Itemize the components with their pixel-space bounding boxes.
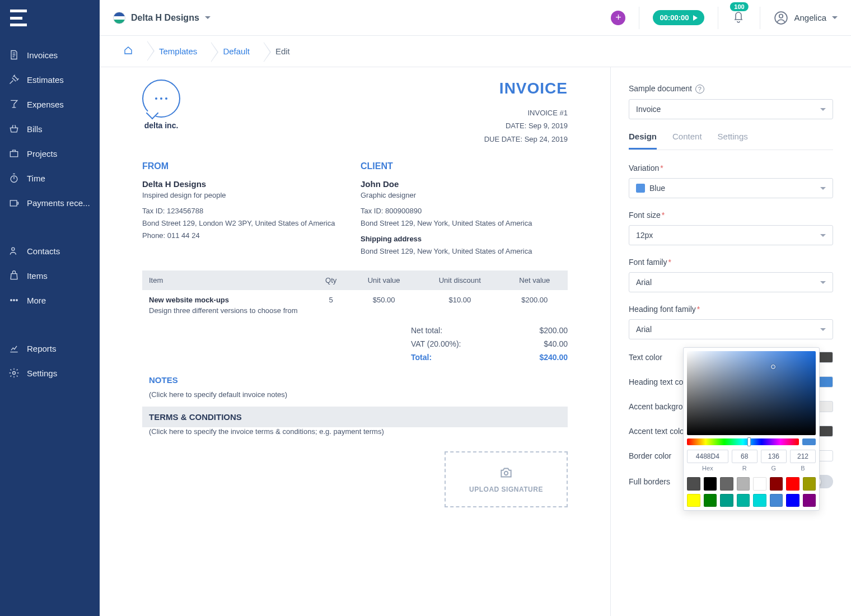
preset-color[interactable] [803, 494, 816, 507]
sidebar-item-more[interactable]: More [0, 288, 100, 312]
sidebar-item-reports[interactable]: Reports [0, 336, 100, 361]
sidebar-item-projects[interactable]: Projects [0, 141, 100, 166]
bell-icon [732, 10, 745, 24]
terms-heading: TERMS & CONDITIONS [142, 407, 568, 427]
accent-text-label: Accent text color [629, 427, 687, 436]
breadcrumb-default[interactable]: Default [213, 42, 263, 60]
table-row[interactable]: New website mock-upsDesign three differe… [142, 290, 568, 320]
invoice-date: DATE: Sep 9, 2019 [484, 119, 568, 132]
sidebar-item-label: Estimates [27, 75, 64, 85]
preset-color[interactable] [720, 477, 733, 491]
variation-select[interactable]: Blue [629, 178, 833, 198]
martini-icon [8, 98, 20, 110]
preset-color[interactable] [786, 494, 799, 507]
preset-color[interactable] [770, 494, 783, 507]
preset-color[interactable] [687, 494, 700, 507]
tab-settings[interactable]: Settings [718, 132, 748, 150]
hex-input[interactable] [687, 450, 728, 463]
sidebar-item-contacts[interactable]: Contacts [0, 239, 100, 263]
chevron-down-icon [820, 234, 826, 237]
from-block: FROM Delta H Designs Inspired design for… [142, 161, 349, 258]
client-address: Bond Street 129, New York, United States… [361, 217, 568, 230]
sender-logo-label: delta inc. [144, 121, 179, 130]
chevron-down-icon [832, 16, 838, 19]
sidebar-item-bills[interactable]: Bills [0, 116, 100, 141]
sidebar-item-payments[interactable]: Payments rece... [0, 190, 100, 215]
chevron-down-icon [820, 328, 826, 331]
invoice-due: DUE DATE: Sep 24, 2019 [484, 133, 568, 146]
preset-color[interactable] [737, 494, 750, 507]
tab-content[interactable]: Content [672, 132, 702, 150]
total-value: $240.00 [539, 353, 568, 362]
r-input[interactable] [732, 450, 758, 463]
totals: Net total:$200.00 VAT (20.00%):$40.00 To… [142, 326, 568, 362]
preset-color[interactable] [704, 494, 717, 507]
font-family-select[interactable]: Arial [629, 272, 833, 292]
sample-document-select[interactable]: Invoice [629, 99, 833, 119]
g-input[interactable] [761, 450, 787, 463]
tab-design[interactable]: Design [629, 132, 657, 150]
work-area: delta inc. INVOICE INVOICE #1 DATE: Sep … [100, 67, 851, 616]
terms-body[interactable]: (Click here to specify the invoice terms… [142, 427, 568, 436]
breadcrumb-templates[interactable]: Templates [149, 42, 211, 60]
font-size-select[interactable]: 12px [629, 225, 833, 245]
sidebar-item-time[interactable]: Time [0, 166, 100, 190]
chevron-down-icon [205, 16, 211, 19]
nav-group-primary: Invoices Estimates Expenses Bills Projec… [0, 36, 100, 222]
hue-slider[interactable] [687, 438, 799, 445]
b-input[interactable] [790, 450, 816, 463]
chevron-down-icon [820, 187, 826, 190]
heading-font-family-select[interactable]: Arial [629, 319, 833, 339]
saturation-cursor[interactable] [771, 365, 775, 369]
invoice-title: INVOICE [484, 80, 568, 97]
from-address: Bond Street 129, London W2 3PY, United S… [142, 217, 349, 230]
sidebar-item-expenses[interactable]: Expenses [0, 92, 100, 116]
sample-document-label: Sample document? [629, 84, 833, 94]
sidebar-item-settings[interactable]: Settings [0, 361, 100, 385]
app-logo[interactable] [0, 0, 100, 36]
preset-color[interactable] [704, 477, 717, 491]
r-label: R [742, 465, 747, 472]
border-color-label: Border color [629, 451, 671, 460]
client-tax: Tax ID: 800900890 [361, 205, 568, 217]
users-icon [8, 245, 20, 257]
sidebar-item-label: Payments rece... [27, 198, 90, 208]
preset-color[interactable] [753, 477, 766, 491]
text-color-label: Text color [629, 353, 662, 362]
stopwatch-icon [8, 172, 20, 184]
preset-color[interactable] [803, 477, 816, 491]
sidebar-item-invoices[interactable]: Invoices [0, 43, 100, 67]
from-phone: Phone: 011 44 24 [142, 230, 349, 242]
preset-color[interactable] [737, 477, 750, 491]
sidebar-item-estimates[interactable]: Estimates [0, 67, 100, 92]
svg-point-3 [13, 300, 15, 301]
hue-slider-handle[interactable] [747, 437, 751, 446]
dots-icon [8, 294, 20, 306]
org-switcher[interactable]: Delta H Designs [113, 12, 211, 24]
preset-color[interactable] [770, 477, 783, 491]
timer-button[interactable]: 00:00:00 [653, 10, 704, 25]
preset-color[interactable] [687, 477, 700, 491]
breadcrumb-home[interactable] [113, 41, 147, 62]
notifications-button[interactable]: 100 [732, 10, 746, 26]
preset-color[interactable] [753, 494, 766, 507]
client-block: CLIENT John Doe Graphic designer Tax ID:… [361, 161, 568, 258]
upload-signature[interactable]: UPLOAD SIGNATURE [445, 451, 568, 507]
notes-body[interactable]: (Click here to specify default invoice n… [142, 390, 568, 399]
net-total-label: Net total: [411, 326, 442, 335]
col-unit: Unit value [349, 270, 418, 290]
create-button[interactable]: + [611, 11, 625, 25]
document-canvas: delta inc. INVOICE INVOICE #1 DATE: Sep … [100, 67, 610, 616]
saturation-area[interactable] [687, 351, 816, 435]
total-label: Total: [411, 353, 432, 362]
topbar: Delta H Designs + 00:00:00 100 Angelica [100, 0, 851, 36]
sidebar-item-label: Expenses [27, 100, 64, 109]
preset-color[interactable] [786, 477, 799, 491]
basket-icon [8, 123, 20, 135]
shipping-address: Bond Street 129, New York, United States… [361, 245, 568, 258]
sidebar-item-label: Reports [27, 344, 57, 353]
sidebar-item-items[interactable]: Items [0, 263, 100, 288]
help-icon[interactable]: ? [695, 85, 704, 94]
preset-color[interactable] [720, 494, 733, 507]
user-menu[interactable]: Angelica [774, 11, 838, 25]
